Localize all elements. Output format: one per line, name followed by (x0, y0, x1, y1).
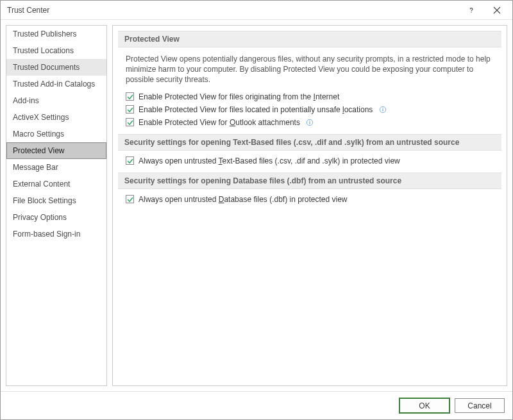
check-internet-files[interactable]: Enable Protected View for files originat… (113, 90, 507, 103)
dialog-footer: OK Cancel (1, 391, 512, 419)
svg-point-2 (382, 107, 383, 108)
checkbox-icon (126, 118, 134, 126)
sidebar-item-label: Trusted Documents (13, 63, 80, 72)
sidebar-item-trusted-locations[interactable]: Trusted Locations (6, 42, 106, 59)
check-unsafe-locations[interactable]: Enable Protected View for files located … (113, 103, 507, 116)
checkbox-label: Always open untrusted Text-Based files (… (139, 156, 400, 165)
svg-point-0 (471, 12, 471, 12)
check-database-files[interactable]: Always open untrusted Database files (.d… (113, 193, 507, 206)
sidebar-item-trusted-addin-catalogs[interactable]: Trusted Add-in Catalogs (6, 76, 106, 92)
sidebar-item-label: Macro Settings (13, 130, 64, 139)
ok-button[interactable]: OK (399, 398, 450, 413)
content-pane: Protected View Protected View opens pote… (112, 25, 507, 386)
check-outlook-attachments[interactable]: Enable Protected View for Outlook attach… (113, 116, 507, 129)
checkbox-label: Enable Protected View for Outlook attach… (139, 118, 300, 127)
sidebar-item-privacy-options[interactable]: Privacy Options (6, 209, 106, 226)
sidebar-item-form-based-signin[interactable]: Form-based Sign-in (6, 226, 106, 242)
sidebar-item-label: File Block Settings (13, 196, 76, 205)
check-text-based-files[interactable]: Always open untrusted Text-Based files (… (113, 155, 507, 167)
section-header-text-based: Security settings for opening Text-Based… (118, 134, 501, 151)
close-icon (493, 6, 501, 14)
svg-rect-3 (382, 109, 383, 111)
sidebar-item-label: Add-ins (13, 96, 39, 105)
svg-rect-6 (310, 122, 310, 124)
checkbox-label: Enable Protected View for files originat… (139, 92, 339, 101)
sidebar-item-external-content[interactable]: External Content (6, 176, 106, 192)
cancel-button[interactable]: Cancel (455, 398, 505, 413)
svg-point-5 (310, 120, 311, 121)
titlebar: Trust Center (1, 1, 512, 20)
sidebar-item-label: Trusted Publishers (13, 29, 77, 38)
checkbox-label: Always open untrusted Database files (.d… (139, 195, 348, 204)
sidebar-item-label: Privacy Options (13, 213, 67, 222)
sidebar-item-label: Message Bar (13, 163, 58, 172)
sidebar-item-label: Trusted Locations (13, 46, 74, 55)
sidebar-item-addins[interactable]: Add-ins (6, 92, 106, 109)
protected-view-description: Protected View opens potentially dangero… (113, 51, 507, 90)
checkbox-icon (126, 105, 134, 113)
sidebar-item-label: Protected View (13, 146, 65, 155)
sidebar-item-label: ActiveX Settings (13, 113, 69, 122)
section-header-database: Security settings for opening Database f… (118, 172, 501, 189)
sidebar-item-trusted-documents[interactable]: Trusted Documents (6, 59, 106, 76)
category-sidebar: Trusted Publishers Trusted Locations Tru… (6, 25, 107, 386)
sidebar-item-label: External Content (13, 180, 70, 189)
close-button[interactable] (484, 1, 510, 19)
info-icon[interactable] (378, 105, 387, 113)
sidebar-item-label: Trusted Add-in Catalogs (13, 80, 95, 88)
sidebar-item-label: Form-based Sign-in (13, 230, 80, 239)
info-icon[interactable] (306, 118, 314, 126)
help-button[interactable] (458, 1, 484, 19)
sidebar-item-macro-settings[interactable]: Macro Settings (6, 126, 106, 142)
checkbox-icon (126, 195, 134, 203)
section-header-protected-view: Protected View (118, 31, 501, 47)
sidebar-item-message-bar[interactable]: Message Bar (6, 159, 106, 176)
sidebar-item-activex-settings[interactable]: ActiveX Settings (6, 109, 106, 126)
checkbox-icon (126, 92, 134, 101)
sidebar-item-protected-view[interactable]: Protected View (6, 142, 106, 159)
sidebar-item-file-block-settings[interactable]: File Block Settings (6, 192, 106, 209)
sidebar-item-trusted-publishers[interactable]: Trusted Publishers (6, 26, 106, 42)
dialog-body: Trusted Publishers Trusted Locations Tru… (1, 20, 512, 391)
checkbox-label: Enable Protected View for files located … (139, 105, 373, 114)
window-title: Trust Center (7, 6, 458, 15)
trust-center-dialog: Trust Center Trusted Publishers Trusted … (0, 0, 513, 420)
checkbox-icon (126, 156, 134, 165)
help-icon (467, 6, 475, 14)
